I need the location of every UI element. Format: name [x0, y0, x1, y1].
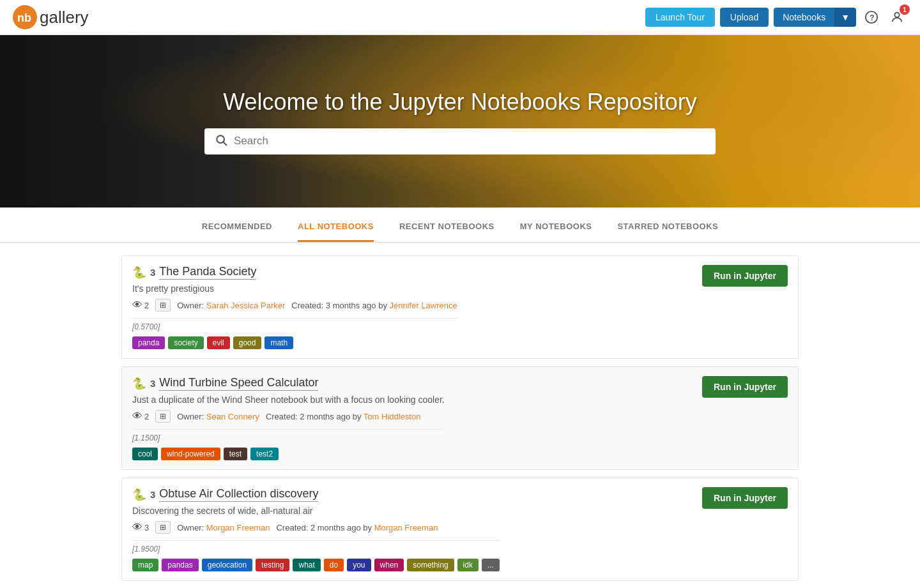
- tags-row-3: map pandas geolocation testing what do y…: [132, 559, 500, 571]
- tag-testing[interactable]: testing: [256, 559, 289, 571]
- tab-recent-notebooks[interactable]: RECENT NOTEBOOKS: [399, 222, 494, 242]
- notebook-score-2: [1.1500]: [132, 433, 445, 442]
- tag-math[interactable]: math: [264, 336, 293, 349]
- logo[interactable]: nb gallery: [13, 5, 89, 29]
- owner-link-3[interactable]: Morgan Freeman: [206, 523, 270, 532]
- divider-2: [132, 429, 445, 430]
- svg-point-4: [894, 13, 899, 17]
- eye-icon-2: 👁: [132, 411, 142, 422]
- nb-logo-icon: nb: [13, 5, 37, 29]
- notebooks-btn-group: Notebooks ▼: [774, 8, 856, 27]
- notebook-card-3: 🐍 3 Obtuse Air Collection discovery Disc…: [121, 478, 799, 581]
- notebook-title-row-3: 🐍 3 Obtuse Air Collection discovery: [132, 487, 500, 502]
- logo-text: gallery: [40, 8, 89, 27]
- notebook-meta-1: 👁 2 ⊞ Owner: Sarah Jessica Parker Create…: [132, 299, 457, 312]
- search-bar: [204, 128, 716, 155]
- notebook-meta-2: 👁 2 ⊞ Owner: Sean Connery Created: 2 mon…: [132, 410, 445, 423]
- add-button-1[interactable]: ⊞: [155, 299, 171, 312]
- view-number-3: 3: [144, 523, 149, 532]
- search-input[interactable]: [234, 135, 705, 147]
- svg-text:nb: nb: [17, 11, 31, 24]
- tag-map[interactable]: map: [132, 559, 158, 571]
- divider-3: [132, 540, 500, 541]
- tag-evil[interactable]: evil: [207, 336, 230, 349]
- tab-recommended[interactable]: RECOMMENDED: [202, 222, 272, 242]
- tag-more[interactable]: ...: [482, 559, 500, 571]
- notebooks-button[interactable]: Notebooks: [774, 8, 834, 27]
- view-number-1: 2: [144, 301, 149, 310]
- notebook-card-2: 🐍 3 Wind Turbine Speed Calculator Just a…: [121, 366, 799, 470]
- owner-link-2[interactable]: Sean Connery: [206, 412, 259, 421]
- tag-test2[interactable]: test2: [250, 448, 279, 460]
- meta-created-3: Created: 2 months ago by Morgan Freeman: [276, 523, 438, 532]
- launch-tour-button[interactable]: Launch Tour: [645, 8, 715, 27]
- owner-link-1[interactable]: Sarah Jessica Parker: [206, 301, 286, 310]
- notebooks-list: 🐍 3 The Panda Society It's pretty presti…: [109, 255, 811, 588]
- user-icon-wrap[interactable]: 1: [887, 7, 907, 27]
- notebook-meta-3: 👁 3 ⊞ Owner: Morgan Freeman Created: 2 m…: [132, 521, 500, 534]
- tag-idk[interactable]: idk: [457, 559, 479, 571]
- tag-wind-powered[interactable]: wind-powered: [161, 448, 220, 460]
- svg-line-6: [224, 142, 227, 145]
- tag-cool[interactable]: cool: [132, 448, 158, 460]
- add-button-2[interactable]: ⊞: [155, 410, 171, 423]
- tag-when[interactable]: when: [374, 559, 404, 571]
- python-icon-3: 🐍: [132, 488, 146, 502]
- tag-society[interactable]: society: [168, 336, 203, 349]
- eye-icon-1: 👁: [132, 299, 142, 311]
- tag-good[interactable]: good: [233, 336, 262, 349]
- notebook-score-1: [0.5700]: [132, 322, 457, 331]
- run-button-1[interactable]: Run in Jupyter: [702, 265, 788, 287]
- notebook-title-1[interactable]: The Panda Society: [159, 265, 256, 280]
- view-number-2: 2: [144, 412, 149, 421]
- help-icon[interactable]: ?: [861, 7, 882, 27]
- notebook-description-1: It's pretty prestigious: [132, 283, 457, 294]
- tag-panda[interactable]: panda: [132, 336, 165, 349]
- star-count-3: 3: [150, 489, 155, 500]
- search-icon: [215, 133, 227, 149]
- add-button-3[interactable]: ⊞: [155, 521, 171, 534]
- python-icon-2: 🐍: [132, 377, 146, 391]
- run-button-3[interactable]: Run in Jupyter: [702, 487, 788, 509]
- tab-starred-notebooks[interactable]: STARRED NOTEBOOKS: [617, 222, 718, 242]
- tab-my-notebooks[interactable]: MY NOTEBOOKS: [520, 222, 592, 242]
- notebook-score-3: [1.9500]: [132, 545, 500, 554]
- notebooks-dropdown-button[interactable]: ▼: [834, 8, 856, 27]
- main-header: nb gallery Launch Tour Upload Notebooks …: [0, 0, 920, 35]
- star-count-1: 3: [150, 267, 155, 278]
- creator-link-1[interactable]: Jennifer Lawrence: [390, 301, 457, 310]
- notebook-card-1: 🐍 3 The Panda Society It's pretty presti…: [121, 255, 799, 359]
- view-count-3: 👁 3: [132, 522, 149, 533]
- tag-geolocation[interactable]: geolocation: [202, 559, 252, 571]
- header-actions: Launch Tour Upload Notebooks ▼ ? 1: [645, 7, 907, 27]
- creator-link-2[interactable]: Tom Hiddleston: [364, 412, 421, 421]
- divider-1: [132, 318, 457, 319]
- star-count-2: 3: [150, 378, 155, 389]
- notebook-description-2: Just a duplicate of the Wind Sheer noteb…: [132, 395, 445, 405]
- notebook-title-2[interactable]: Wind Turbine Speed Calculator: [159, 376, 318, 391]
- notebook-title-row-1: 🐍 3 The Panda Society: [132, 265, 457, 280]
- tag-do[interactable]: do: [324, 559, 344, 571]
- tag-test[interactable]: test: [224, 448, 247, 460]
- creator-link-3[interactable]: Morgan Freeman: [374, 523, 438, 532]
- run-button-2[interactable]: Run in Jupyter: [702, 376, 788, 398]
- tag-something[interactable]: something: [407, 559, 454, 571]
- notebook-description-3: Discovering the secrets of wide, all-nat…: [132, 506, 500, 516]
- tabs-nav: RECOMMENDED ALL NOTEBOOKS RECENT NOTEBOO…: [0, 207, 920, 243]
- notification-badge: 1: [900, 4, 910, 15]
- meta-created-1: Created: 3 months ago by Jennifer Lawren…: [291, 301, 457, 310]
- notebook-title-3[interactable]: Obtuse Air Collection discovery: [159, 487, 318, 502]
- notebook-header-1: 🐍 3 The Panda Society It's pretty presti…: [132, 265, 788, 349]
- meta-owner-2: Owner: Sean Connery: [177, 412, 259, 421]
- notebook-title-row-2: 🐍 3 Wind Turbine Speed Calculator: [132, 376, 445, 391]
- tag-you[interactable]: you: [347, 559, 371, 571]
- upload-button[interactable]: Upload: [720, 8, 769, 27]
- tag-pandas[interactable]: pandas: [162, 559, 198, 571]
- tag-what[interactable]: what: [293, 559, 320, 571]
- svg-text:?: ?: [870, 13, 874, 22]
- view-count-1: 👁 2: [132, 299, 149, 311]
- meta-created-2: Created: 2 months ago by Tom Hiddleston: [266, 412, 421, 421]
- meta-owner-3: Owner: Morgan Freeman: [177, 523, 270, 532]
- tab-all-notebooks[interactable]: ALL NOTEBOOKS: [298, 222, 374, 242]
- meta-owner-1: Owner: Sarah Jessica Parker: [177, 301, 285, 310]
